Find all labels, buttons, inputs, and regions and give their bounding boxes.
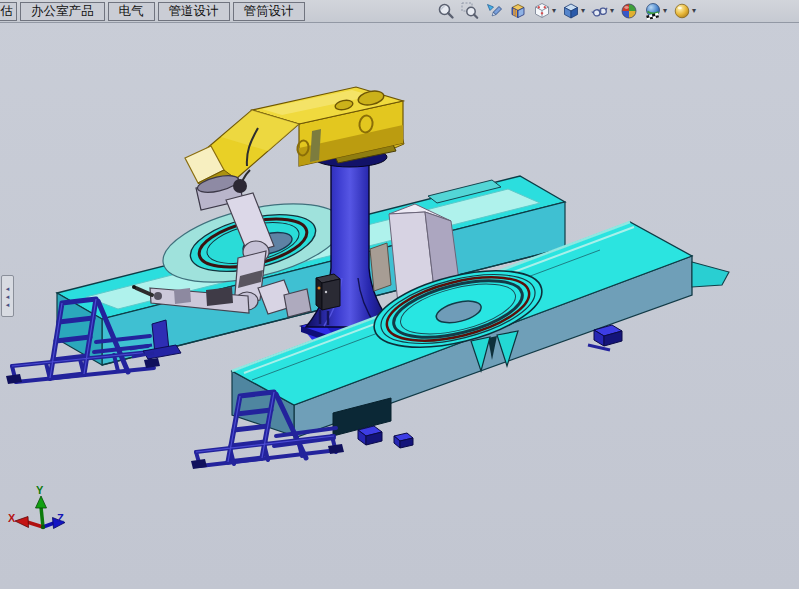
tab-evaluate-clipped[interactable]: 估 [0, 2, 17, 21]
command-toolbar: 估 办公室产品 电气 管道设计 管筒设计 [0, 0, 799, 23]
previous-view-icon [485, 2, 503, 20]
command-manager-tabs: 估 办公室产品 电气 管道设计 管筒设计 [0, 0, 305, 23]
zoom-to-area-icon [461, 2, 479, 20]
edit-appearance-icon [620, 2, 638, 20]
edit-appearance-button[interactable] [619, 1, 639, 21]
tab-office-products[interactable]: 办公室产品 [20, 2, 105, 21]
view-settings-icon [673, 2, 691, 20]
apply-scene-icon [644, 2, 662, 20]
view-settings-button[interactable]: ▾ [672, 1, 697, 21]
zoom-to-fit-icon [437, 2, 455, 20]
tab-label: 办公室产品 [31, 3, 94, 20]
view-orientation-button[interactable]: ▾ [532, 1, 557, 21]
tab-label: 管道设计 [169, 3, 219, 20]
hide-show-items-icon [591, 2, 609, 20]
view-orientation-icon [533, 2, 551, 20]
hide-show-items-button[interactable]: ▾ [590, 1, 615, 21]
previous-view-button[interactable] [484, 1, 504, 21]
dropdown-arrow[interactable]: ▾ [663, 7, 667, 15]
viewport-3d[interactable]: Y X Z [0, 0, 799, 589]
feature-panel-toggle[interactable]: ◂ ◂ ◂ [1, 275, 14, 317]
dropdown-arrow[interactable]: ▾ [581, 7, 585, 15]
triad-z-label: Z [57, 512, 64, 524]
panel-toggle-arrow-icon: ◂ [6, 285, 10, 292]
dropdown-arrow[interactable]: ▾ [692, 7, 696, 15]
tab-label: 估 [1, 3, 14, 20]
section-view-icon [509, 2, 527, 20]
display-style-button[interactable]: ▾ [561, 1, 586, 21]
dropdown-arrow[interactable]: ▾ [552, 7, 556, 15]
panel-toggle-arrow-icon: ◂ [6, 293, 10, 300]
tab-label: 电气 [119, 3, 144, 20]
tab-tubing-design[interactable]: 管筒设计 [233, 2, 305, 21]
triad-x-label: X [8, 512, 16, 524]
heads-up-view-toolbar: ▾ ▾ ▾ [436, 1, 697, 21]
tab-piping-design[interactable]: 管道设计 [158, 2, 230, 21]
dropdown-arrow[interactable]: ▾ [610, 7, 614, 15]
triad-y-label: Y [36, 484, 44, 496]
zoom-to-fit-button[interactable] [436, 1, 456, 21]
zoom-to-area-button[interactable] [460, 1, 480, 21]
panel-toggle-arrow-icon: ◂ [6, 301, 10, 308]
tab-label: 管筒设计 [244, 3, 294, 20]
cad-application-window: Y X Z 估 办公室产品 电气 管道设计 管筒设计 [0, 0, 799, 589]
display-style-icon [562, 2, 580, 20]
section-view-button[interactable] [508, 1, 528, 21]
tab-electrical[interactable]: 电气 [108, 2, 155, 21]
apply-scene-button[interactable]: ▾ [643, 1, 668, 21]
